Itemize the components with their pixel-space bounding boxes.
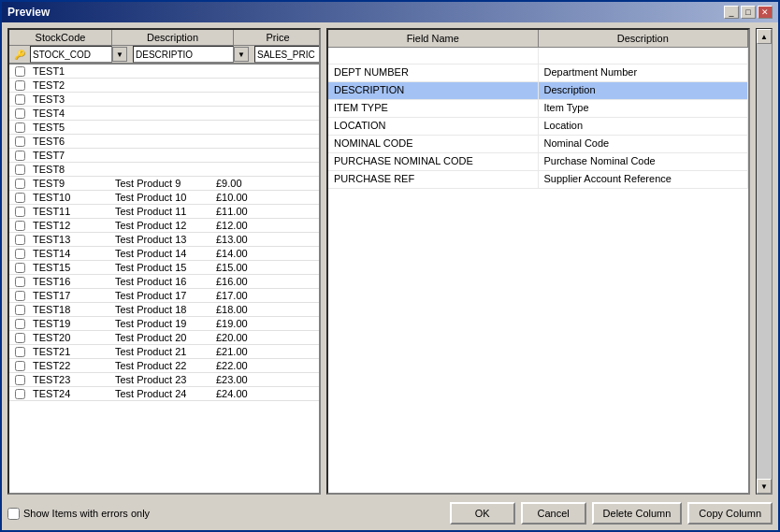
stock-code-cell: TEST3 — [30, 93, 112, 106]
table-row: TEST22Test Product 22£22.00 — [9, 359, 319, 373]
table-row: TEST1 — [9, 65, 319, 79]
row-checkbox[interactable] — [15, 179, 25, 189]
desc-filter-cell[interactable]: DESCRIPTIO — [133, 46, 234, 63]
row-checkbox[interactable] — [15, 291, 25, 301]
field-row[interactable]: LOCATIONLocation — [328, 118, 748, 136]
scroll-down-button[interactable]: ▼ — [757, 479, 772, 494]
row-checkbox[interactable] — [15, 66, 25, 77]
row-checkbox-cell — [9, 234, 30, 246]
field-row[interactable]: DESCRIPTIONDescription — [328, 82, 748, 100]
row-checkbox[interactable] — [15, 361, 25, 371]
row-checkbox[interactable] — [15, 207, 25, 217]
row-checkbox-cell — [9, 93, 30, 106]
row-checkbox[interactable] — [15, 305, 25, 315]
price-cell: £14.00 — [213, 247, 302, 260]
stock-code-cell: TEST19 — [30, 317, 112, 330]
field-name-cell — [328, 48, 539, 65]
field-row[interactable]: DEPT NUMBERDepartment Number — [328, 65, 748, 82]
data-table-body[interactable]: TEST1TEST2TEST3TEST4TEST5TEST6TEST7TEST8… — [9, 65, 319, 493]
col-header-description: Description — [112, 30, 234, 45]
maximize-button[interactable]: □ — [741, 6, 756, 19]
scroll-up-button[interactable]: ▲ — [757, 29, 772, 44]
stockcode-filter-cell[interactable]: STOCK_COD — [30, 46, 112, 63]
copy-column-button[interactable]: Copy Column — [687, 502, 773, 525]
stock-code-cell: TEST20 — [30, 331, 112, 344]
row-checkbox[interactable] — [15, 221, 25, 231]
row-checkbox[interactable] — [15, 235, 25, 245]
price-cell — [213, 98, 302, 100]
table-row: TEST24Test Product 24£24.00 — [9, 387, 319, 401]
field-row[interactable] — [328, 48, 748, 65]
price-cell: £16.00 — [213, 275, 302, 288]
table-row: TEST14Test Product 14£14.00 — [9, 247, 319, 261]
row-checkbox[interactable] — [15, 389, 25, 399]
row-checkbox[interactable] — [15, 375, 25, 385]
field-panel-body[interactable]: DEPT NUMBERDepartment NumberDESCRIPTIOND… — [328, 48, 748, 493]
bottom-bar: Show Items with errors only OK Cancel De… — [7, 500, 773, 525]
row-checkbox[interactable] — [15, 94, 25, 105]
row-checkbox[interactable] — [15, 347, 25, 357]
stock-code-cell: TEST15 — [30, 261, 112, 274]
description-cell — [112, 84, 213, 86]
right-scrollbar[interactable]: ▲ ▼ — [756, 28, 773, 495]
table-row: TEST8 — [9, 163, 319, 177]
row-checkbox[interactable] — [15, 80, 25, 91]
row-checkbox-cell — [9, 262, 30, 274]
field-row[interactable]: PURCHASE NOMINAL CODEPurchase Nominal Co… — [328, 153, 748, 171]
stock-code-cell: TEST22 — [30, 359, 112, 372]
row-checkbox-cell — [9, 276, 30, 288]
row-checkbox[interactable] — [15, 165, 25, 175]
row-checkbox-cell — [9, 220, 30, 232]
row-checkbox[interactable] — [15, 137, 25, 147]
cancel-button[interactable]: Cancel — [521, 502, 586, 525]
row-checkbox[interactable] — [15, 333, 25, 343]
row-checkbox-cell — [9, 122, 30, 134]
row-checkbox[interactable] — [15, 122, 25, 133]
row-checkbox[interactable] — [15, 277, 25, 287]
table-row: TEST20Test Product 20£20.00 — [9, 331, 319, 345]
field-description-cell — [539, 48, 749, 65]
scroll-track — [757, 44, 772, 479]
field-desc-header: Description — [539, 30, 749, 47]
ok-button[interactable]: OK — [450, 502, 515, 525]
window-title: Preview — [7, 6, 50, 19]
row-checkbox[interactable] — [15, 193, 25, 203]
table-row: TEST6 — [9, 135, 319, 149]
description-cell: Test Product 18 — [112, 303, 213, 316]
row-checkbox[interactable] — [15, 249, 25, 259]
price-cell: £20.00 — [213, 331, 302, 344]
stock-code-cell: TEST12 — [30, 219, 112, 232]
table-row: TEST7 — [9, 149, 319, 163]
field-name-cell: LOCATION — [328, 118, 539, 135]
field-name-cell: PURCHASE REF — [328, 171, 539, 188]
minimize-button[interactable]: _ — [724, 6, 739, 19]
desc-filter-dropdown[interactable]: ▼ — [234, 47, 249, 62]
table-row: TEST2 — [9, 79, 319, 93]
field-description-cell: Department Number — [539, 65, 749, 81]
row-checkbox-cell — [9, 318, 30, 330]
delete-column-button[interactable]: Delete Column — [592, 502, 683, 525]
row-checkbox[interactable] — [15, 108, 25, 119]
row-checkbox[interactable] — [15, 151, 25, 161]
field-name-cell: DESCRIPTION — [328, 82, 539, 99]
stock-code-cell: TEST9 — [30, 177, 112, 190]
price-filter-cell[interactable]: SALES_PRIC — [254, 46, 321, 63]
row-checkbox[interactable] — [15, 263, 25, 273]
description-cell — [112, 98, 213, 100]
price-cell: £24.00 — [213, 387, 302, 400]
table-row: TEST18Test Product 18£18.00 — [9, 303, 319, 317]
price-cell — [213, 84, 302, 86]
field-row[interactable]: ITEM TYPEItem Type — [328, 100, 748, 118]
price-cell: £15.00 — [213, 261, 302, 274]
row-checkbox[interactable] — [15, 319, 25, 329]
row-checkbox-cell — [9, 206, 30, 218]
table-row: TEST11Test Product 11£11.00 — [9, 205, 319, 219]
close-button[interactable]: ✕ — [758, 6, 773, 19]
description-cell: Test Product 9 — [112, 177, 213, 190]
description-cell: Test Product 17 — [112, 289, 213, 302]
stockcode-filter-dropdown[interactable]: ▼ — [112, 47, 127, 62]
field-row[interactable]: NOMINAL CODENominal Code — [328, 136, 748, 153]
field-row[interactable]: PURCHASE REFSupplier Account Reference — [328, 171, 748, 189]
show-errors-checkbox[interactable] — [7, 508, 20, 520]
table-row: TEST17Test Product 17£17.00 — [9, 289, 319, 303]
